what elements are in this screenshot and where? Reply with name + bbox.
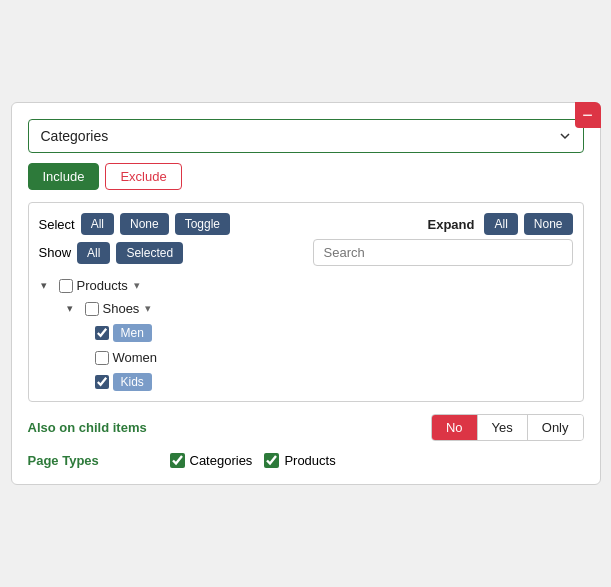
kids-badge: Kids [113, 373, 152, 391]
show-all-button[interactable]: All [77, 242, 110, 264]
page-types-row: Page Types Categories Products [28, 453, 584, 468]
main-card: − Categories Include Exclude Select All … [11, 102, 601, 485]
include-button[interactable]: Include [28, 163, 100, 190]
show-selected-button[interactable]: Selected [116, 242, 183, 264]
select-all-button[interactable]: All [81, 213, 114, 235]
select-none-button[interactable]: None [120, 213, 169, 235]
tree-item-men: Men [39, 320, 569, 346]
select-toggle-button[interactable]: Toggle [175, 213, 230, 235]
controls-area: Select All None Toggle Expand All None S… [39, 213, 573, 266]
select-label: Select [39, 217, 75, 232]
tree-item-kids: Kids [39, 369, 569, 395]
tree-item-shoes: ▾ Shoes ▾ [39, 297, 569, 320]
page-type-categories: Categories [170, 453, 253, 468]
dropdown-arrow-shoes[interactable]: ▾ [145, 302, 151, 315]
only-button[interactable]: Only [527, 415, 583, 440]
checkbox-page-products[interactable] [264, 453, 279, 468]
page-categories-label: Categories [190, 453, 253, 468]
include-exclude-row: Include Exclude [28, 163, 584, 190]
tree-content: ▾ Products ▾ ▾ Shoes ▾ Men Women [39, 274, 573, 395]
no-button[interactable]: No [432, 415, 477, 440]
checkbox-shoes[interactable] [85, 302, 99, 316]
page-types-label: Page Types [28, 453, 158, 468]
checkbox-page-categories[interactable] [170, 453, 185, 468]
show-label: Show [39, 245, 72, 260]
expand-all-button[interactable]: All [484, 213, 517, 235]
shoes-label: Shoes [103, 301, 140, 316]
collapse-button[interactable]: − [575, 102, 601, 128]
men-badge: Men [113, 324, 152, 342]
no-yes-only-group: No Yes Only [431, 414, 584, 441]
chevron-down-icon[interactable]: ▾ [41, 279, 55, 292]
also-on-child-row: Also on child items No Yes Only [28, 414, 584, 441]
checkbox-products[interactable] [59, 279, 73, 293]
women-label: Women [113, 350, 158, 365]
checkbox-men[interactable] [95, 326, 109, 340]
category-dropdown-row: Categories [28, 119, 584, 153]
expand-none-button[interactable]: None [524, 213, 573, 235]
category-dropdown[interactable]: Categories [28, 119, 584, 153]
page-type-products: Products [264, 453, 335, 468]
yes-button[interactable]: Yes [477, 415, 527, 440]
exclude-button[interactable]: Exclude [105, 163, 181, 190]
checkbox-kids[interactable] [95, 375, 109, 389]
chevron-down-icon-shoes[interactable]: ▾ [67, 302, 81, 315]
tree-panel: Select All None Toggle Expand All None S… [28, 202, 584, 402]
also-on-child-label: Also on child items [28, 420, 158, 435]
page-products-label: Products [284, 453, 335, 468]
tree-item-women: Women [39, 346, 569, 369]
checkbox-women[interactable] [95, 351, 109, 365]
show-line: Show All Selected [39, 239, 573, 266]
expand-label: Expand [428, 217, 475, 232]
products-label: Products [77, 278, 128, 293]
search-input[interactable] [313, 239, 573, 266]
dropdown-arrow-products[interactable]: ▾ [134, 279, 140, 292]
select-line: Select All None Toggle Expand All None [39, 213, 573, 235]
tree-item-products: ▾ Products ▾ [39, 274, 569, 297]
